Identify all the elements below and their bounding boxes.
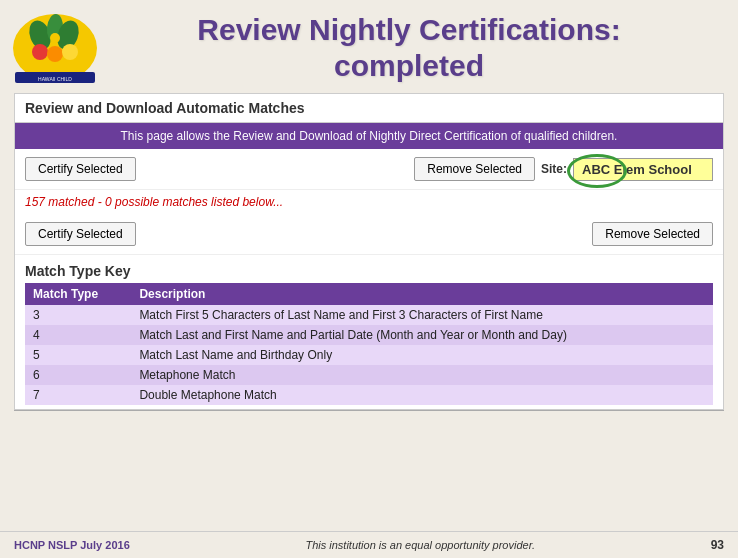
footer-left: HCNP NSLP July 2016 [14,539,130,551]
cell-match-type: 4 [25,325,131,345]
footer-divider [14,410,724,411]
header: HAWAII CHILD Review Nightly Certificatio… [0,0,738,93]
table-row: 3Match First 5 Characters of Last Name a… [25,305,713,325]
match-table: Match Type Description 3Match First 5 Ch… [25,283,713,405]
cell-description: Match Last and First Name and Partial Da… [131,325,713,345]
toolbar-row-1: Certify Selected Remove Selected Site: A… [15,149,723,190]
certify-selected-button-1[interactable]: Certify Selected [25,157,136,181]
footer: HCNP NSLP July 2016 This institution is … [0,531,738,558]
main-panel: Review and Download Automatic Matches Th… [14,93,724,410]
col-header-description: Description [131,283,713,305]
panel-title: Review and Download Automatic Matches [25,100,305,116]
cell-description: Match Last Name and Birthday Only [131,345,713,365]
site-dropdown-wrapper: ABC Elem School [573,158,713,181]
logo: HAWAII CHILD [10,10,100,85]
svg-text:HAWAII CHILD: HAWAII CHILD [38,76,72,82]
cell-match-type: 7 [25,385,131,405]
site-label: Site: [541,162,567,176]
cell-match-type: 5 [25,345,131,365]
info-bar: This page allows the Review and Download… [15,123,723,149]
site-value[interactable]: ABC Elem School [573,158,713,181]
title-area: Review Nightly Certifications: completed [100,12,718,84]
remove-selected-button-1[interactable]: Remove Selected [414,157,535,181]
svg-point-4 [32,44,48,60]
cell-description: Metaphone Match [131,365,713,385]
table-header-row: Match Type Description [25,283,713,305]
cell-description: Match First 5 Characters of Last Name an… [131,305,713,325]
certify-selected-button-2[interactable]: Certify Selected [25,222,136,246]
match-key-section: Match Type Key Match Type Description 3M… [15,255,723,409]
cell-match-type: 3 [25,305,131,325]
page-number: 93 [711,538,724,552]
footer-center: This institution is an equal opportunity… [130,539,711,551]
match-key-title: Match Type Key [25,263,713,279]
cell-description: Double Metaphone Match [131,385,713,405]
toolbar-row-2: Certify Selected Remove Selected [15,214,723,255]
svg-point-6 [62,44,78,60]
panel-header: Review and Download Automatic Matches [15,94,723,123]
info-bar-text: This page allows the Review and Download… [121,129,618,143]
table-row: 7Double Metaphone Match [25,385,713,405]
col-header-type: Match Type [25,283,131,305]
svg-point-5 [47,46,63,62]
page-title: Review Nightly Certifications: completed [100,12,718,84]
table-row: 4Match Last and First Name and Partial D… [25,325,713,345]
svg-point-7 [50,33,60,43]
table-row: 5Match Last Name and Birthday Only [25,345,713,365]
match-count: 157 matched - 0 possible matches listed … [15,190,723,214]
table-row: 6Metaphone Match [25,365,713,385]
cell-match-type: 6 [25,365,131,385]
remove-selected-button-2[interactable]: Remove Selected [592,222,713,246]
